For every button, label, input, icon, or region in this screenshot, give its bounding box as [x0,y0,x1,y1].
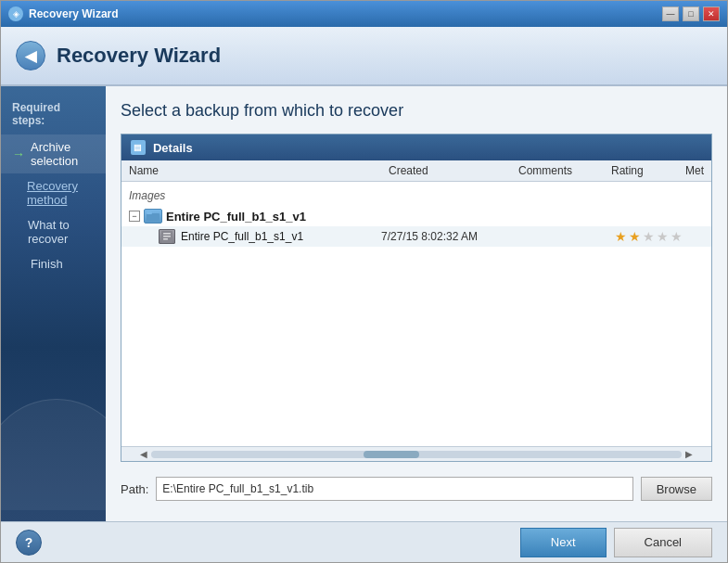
col-header-created: Created [389,164,518,177]
sidebar-item-what-to-recover: What to recover [1,212,106,251]
active-arrow-icon: → [12,147,25,161]
svg-rect-5 [163,238,168,240]
sidebar-item-label: What to recover [28,218,95,246]
main-content: Required steps: → Archive selection Reco… [1,86,727,521]
star-2: ★ [629,229,641,244]
star-4: ★ [657,229,669,244]
app-icon: ◈ [8,6,23,21]
svg-rect-3 [163,233,171,235]
star-1: ★ [615,229,627,244]
cancel-button[interactable]: Cancel [614,528,712,557]
sidebar: Required steps: → Archive selection Reco… [1,86,106,521]
svg-rect-1 [147,211,152,214]
app-title: Recovery Wizard [57,44,221,68]
scrollbar-thumb[interactable] [364,451,419,458]
title-bar: ◈ Recovery Wizard — □ ✕ [1,1,727,27]
star-5: ★ [671,229,683,244]
col-header-met: Met [685,164,704,177]
title-bar-text: Recovery Wizard [29,7,119,20]
sidebar-item-archive-selection[interactable]: → Archive selection [1,134,106,173]
help-button[interactable]: ? [16,530,42,556]
file-icon [159,229,175,244]
file-list: Images − Entire PC_full_b1_s1_v1 [121,182,711,446]
panel-title: Select a backup from which to recover [121,101,712,121]
browse-button[interactable]: Browse [641,477,712,501]
sidebar-item-recovery-method[interactable]: Recovery method [1,173,106,212]
minimize-button[interactable]: — [662,6,679,21]
file-browser-header: ▤ Details [121,134,711,160]
path-input[interactable] [156,477,632,501]
right-panel: Select a backup from which to recover ▤ … [106,86,727,521]
title-bar-controls: — □ ✕ [662,6,720,21]
title-bar-left: ◈ Recovery Wizard [8,6,119,21]
scroll-right-icon[interactable]: ▶ [682,449,696,459]
footer: ? Next Cancel [1,521,727,562]
sidebar-item-label: Archive selection [31,140,95,168]
file-date: 7/27/15 8:02:32 AM [381,230,511,243]
folder-icon [144,209,162,224]
sidebar-item-label: Finish [31,257,63,271]
main-window: ◈ Recovery Wizard — □ ✕ ◀ Recovery Wizar… [0,0,728,563]
maximize-button[interactable]: □ [683,6,699,21]
file-rating: ★ ★ ★ ★ ★ [615,229,683,244]
path-label: Path: [121,482,148,496]
close-button[interactable]: ✕ [703,6,720,21]
back-button[interactable]: ◀ [16,41,45,70]
file-row[interactable]: Entire PC_full_b1_s1_v1 7/27/15 8:02:32 … [121,226,711,247]
svg-rect-4 [163,236,171,237]
details-label: Details [153,141,193,155]
column-headers: Name Created Comments Rating Met [121,160,711,182]
folder-row[interactable]: − Entire PC_full_b1_s1_v1 [121,206,711,226]
sidebar-item-finish: Finish [1,251,106,276]
footer-buttons: Next Cancel [520,528,712,557]
file-browser: ▤ Details Name Created Comments Rating M… [121,134,712,462]
details-icon: ▤ [131,140,146,155]
svg-rect-0 [147,213,160,221]
star-3: ★ [643,229,655,244]
scrollbar-track[interactable] [151,451,682,458]
file-name: Entire PC_full_b1_s1_v1 [181,230,376,243]
images-section-label: Images [121,186,711,206]
col-header-rating: Rating [611,164,685,177]
path-bar: Path: Browse [121,471,712,506]
sidebar-decoration [1,276,106,510]
sidebar-item-label: Recovery method [27,179,95,207]
folder-name: Entire PC_full_b1_s1_v1 [166,210,306,224]
app-header: ◀ Recovery Wizard [1,27,727,86]
col-header-comments: Comments [518,164,611,177]
next-button[interactable]: Next [520,528,607,557]
sidebar-section-label: Required steps: [1,97,106,134]
collapse-button[interactable]: − [129,211,140,222]
horizontal-scrollbar[interactable]: ◀ ▶ [121,446,711,461]
scroll-left-icon[interactable]: ◀ [136,449,151,459]
col-header-name: Name [129,164,389,177]
sidebar-circle-decoration [1,399,106,510]
